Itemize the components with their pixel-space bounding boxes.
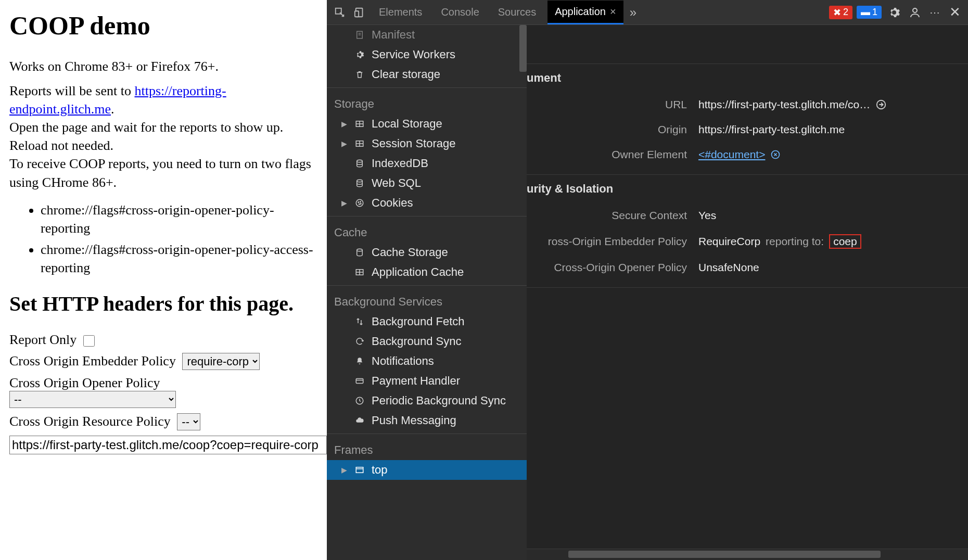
sidebar-section-storage: Storage — [327, 91, 527, 114]
reveal-icon[interactable] — [875, 99, 887, 110]
sidebar-item-service-workers[interactable]: Service Workers — [327, 45, 527, 65]
sidebar-section-cache: Cache — [327, 220, 527, 243]
prop-value: RequireCorp reporting to: coep — [698, 234, 861, 249]
sidebar-item-label: Clear storage — [372, 68, 440, 81]
sidebar-item-clear-storage[interactable]: Clear storage — [327, 65, 527, 84]
svg-point-13 — [357, 160, 363, 162]
sidebar-item-periodic-sync[interactable]: Periodic Background Sync — [327, 391, 527, 411]
horizontal-scrollbar[interactable] — [527, 549, 968, 560]
trash-icon — [354, 69, 365, 80]
sidebar-item-label: Background Sync — [372, 335, 461, 348]
sidebar-item-bg-fetch[interactable]: Background Fetch — [327, 312, 527, 332]
sidebar-item-cookies[interactable]: ▶ Cookies — [327, 193, 527, 213]
frame-detail-pane: ument URL https://first-party-test.glitc… — [527, 25, 968, 560]
svg-point-14 — [357, 180, 363, 182]
svg-point-18 — [359, 204, 360, 205]
database-icon — [354, 177, 365, 189]
corp-row: Cross Origin Resource Policy -- — [9, 413, 317, 430]
tab-application[interactable]: Application× — [547, 1, 623, 24]
info-badge[interactable]: ▬1 — [857, 6, 882, 19]
coop-select[interactable]: -- — [9, 391, 176, 408]
prop-value: <#document> — [698, 148, 781, 161]
bell-icon — [354, 355, 365, 367]
sidebar-item-local-storage[interactable]: ▶ Local Storage — [327, 114, 527, 134]
error-icon: ✖ — [833, 7, 841, 18]
info-count: 1 — [872, 7, 877, 18]
sidebar-item-manifest[interactable]: Manifest — [327, 25, 527, 45]
sidebar-item-push[interactable]: Push Messaging — [327, 411, 527, 430]
sidebar-item-label: Push Messaging — [372, 414, 456, 427]
error-badge[interactable]: ✖2 — [829, 6, 852, 19]
list-item: chrome://flags#cross-origin-opener-polic… — [41, 240, 317, 277]
reveal-icon[interactable] — [770, 149, 781, 160]
sidebar-item-label: Manifest — [372, 28, 415, 42]
clock-icon — [354, 395, 365, 406]
owner-element-link[interactable]: <#document> — [698, 148, 765, 161]
gear-icon — [354, 49, 365, 60]
sidebar-item-payment[interactable]: Payment Handler — [327, 371, 527, 391]
page-title: COOP demo — [9, 10, 317, 41]
coop-row: Cross Origin Opener Policy -- — [9, 375, 317, 408]
coep-row: Cross Origin Embedder Policy require-cor… — [9, 353, 317, 370]
account-icon[interactable] — [907, 4, 923, 21]
sidebar-item-label: Session Storage — [372, 137, 455, 150]
page-paragraph: Reports will be sent to https://reportin… — [9, 82, 317, 192]
sidebar-item-indexeddb[interactable]: IndexedDB — [327, 154, 527, 173]
sidebar-item-label: IndexedDB — [372, 157, 428, 170]
url-value: https://first-party-test.glitch.me/co… — [698, 98, 870, 111]
detail-row-origin: Origin https://first-party-test.glitch.m… — [527, 117, 968, 142]
scrollbar-thumb[interactable] — [568, 551, 881, 558]
close-devtools-icon[interactable]: ✕ — [947, 2, 963, 22]
section-document: ument — [527, 64, 968, 92]
tab-application-label: Application — [555, 6, 606, 17]
corp-select[interactable]: -- — [177, 413, 200, 430]
devtools-panel: Elements Console Sources Application× » … — [327, 0, 968, 560]
sidebar-item-label: Web SQL — [372, 176, 421, 190]
sidebar-item-label: Cookies — [372, 196, 413, 210]
report-only-checkbox[interactable] — [83, 335, 95, 347]
prop-value: Yes — [698, 209, 716, 222]
demo-page: COOP demo Works on Chrome 83+ or Firefox… — [0, 0, 327, 560]
coep-label: Cross Origin Embedder Policy — [9, 353, 176, 368]
tab-elements[interactable]: Elements — [372, 1, 429, 23]
detail-row-secure: Secure Context Yes — [527, 203, 968, 228]
sidebar-item-label: Local Storage — [372, 117, 442, 131]
tab-sources[interactable]: Sources — [491, 1, 543, 23]
corp-label: Cross Origin Resource Policy — [9, 414, 171, 429]
sidebar-item-cache-storage[interactable]: Cache Storage — [327, 243, 527, 262]
sidebar-item-bg-sync[interactable]: Background Sync — [327, 332, 527, 351]
sidebar-section-frames: Frames — [327, 437, 527, 460]
inspect-icon[interactable] — [332, 5, 348, 20]
section-security: urity & Isolation — [527, 175, 968, 203]
table-icon — [354, 138, 365, 149]
paragraph-text: Open the page and wait for the reports t… — [9, 120, 283, 153]
paragraph-text: To receive COOP reports, you need to tur… — [9, 156, 311, 189]
list-item: chrome://flags#cross-origin-opener-polic… — [41, 201, 317, 237]
svg-rect-27 — [356, 467, 363, 473]
cloud-icon — [354, 415, 365, 426]
coep-select[interactable]: require-corp — [182, 353, 260, 370]
sidebar-item-label: Periodic Background Sync — [372, 394, 506, 408]
more-tabs-icon[interactable]: » — [628, 3, 639, 22]
device-toggle-icon[interactable] — [352, 5, 367, 20]
sidebar-item-frame-top[interactable]: ▶ top — [327, 460, 527, 480]
table-icon — [354, 266, 365, 278]
svg-point-16 — [358, 202, 359, 203]
chevron-right-icon: ▶ — [341, 199, 348, 207]
sidebar-item-label: Application Cache — [372, 265, 464, 279]
close-icon[interactable]: × — [610, 6, 616, 17]
kebab-menu-icon[interactable]: ⋯ — [927, 4, 943, 21]
database-icon — [354, 158, 365, 169]
credit-card-icon — [354, 375, 365, 387]
error-count: 2 — [843, 7, 848, 18]
coop-label: Cross Origin Opener Policy — [9, 375, 160, 390]
sidebar-item-websql[interactable]: Web SQL — [327, 173, 527, 193]
chevron-right-icon: ▶ — [341, 466, 348, 474]
tab-console[interactable]: Console — [434, 1, 486, 23]
sidebar-item-application-cache[interactable]: Application Cache — [327, 262, 527, 282]
sidebar-item-notifications[interactable]: Notifications — [327, 351, 527, 371]
sidebar-section-bg: Background Services — [327, 289, 527, 312]
svg-rect-24 — [356, 379, 363, 384]
settings-icon[interactable] — [886, 4, 902, 21]
sidebar-item-session-storage[interactable]: ▶ Session Storage — [327, 134, 527, 154]
